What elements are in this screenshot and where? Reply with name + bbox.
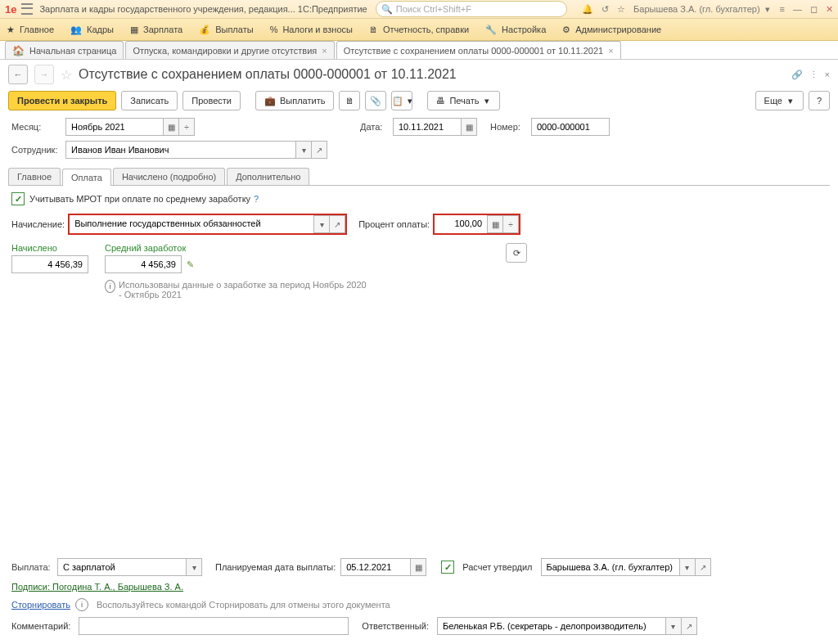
date-field[interactable]: ▦ — [393, 118, 477, 136]
close-icon[interactable]: ✕ — [826, 4, 833, 15]
percent-icon: % — [270, 25, 278, 34]
responsible-label: Ответственный: — [362, 621, 429, 631]
menu-personnel[interactable]: 👥Кадры — [70, 25, 114, 35]
tab-home[interactable]: 🏠Начальная страница — [5, 41, 124, 59]
payout-field[interactable]: ▾ — [57, 558, 202, 576]
accrual-field[interactable]: ▾ ↗ — [68, 214, 347, 235]
post-and-close-button[interactable]: Провести и закрыть — [8, 91, 116, 110]
menu-icon[interactable] — [21, 3, 33, 15]
avg-field[interactable] — [105, 255, 182, 273]
people-icon: 👥 — [70, 25, 82, 35]
history-icon[interactable]: ↺ — [601, 4, 609, 15]
comment-label: Комментарий: — [11, 621, 70, 631]
back-button[interactable]: ← — [8, 65, 28, 84]
approved-checkbox[interactable]: ✓ — [441, 561, 454, 574]
kebab-icon[interactable]: ⋮ — [809, 70, 818, 80]
current-user[interactable]: Барышева З.А. (гл. бухгалтер)▾ — [633, 4, 772, 15]
responsible-field[interactable]: ▾ ↗ — [437, 617, 697, 635]
pencil-icon[interactable]: ✎ — [187, 259, 194, 270]
info-icon: i — [105, 280, 115, 293]
percent-label: Процент оплаты: — [358, 219, 430, 229]
calc-icon[interactable]: ▦ — [487, 215, 503, 233]
doc-icon-button[interactable]: 🗎 — [339, 91, 360, 110]
subtab-payment[interactable]: Оплата — [62, 169, 111, 186]
favorite-icon[interactable]: ☆ — [61, 67, 72, 83]
mrot-label: Учитывать МРОТ при оплате по среднему за… — [29, 194, 250, 204]
write-button[interactable]: Записать — [121, 91, 178, 110]
approved-field[interactable]: ▾ ↗ — [541, 558, 711, 576]
forward-button[interactable]: → — [34, 65, 54, 84]
menu-salary[interactable]: ▦Зарплата — [130, 25, 182, 35]
spinner-icon[interactable]: ÷ — [179, 118, 195, 136]
minimize-icon[interactable]: — — [793, 4, 802, 14]
employee-field[interactable]: ▾ ↗ — [65, 141, 327, 159]
chevron-down-icon[interactable]: ▾ — [296, 141, 312, 159]
open-icon[interactable]: ↗ — [330, 215, 345, 233]
tab-absences[interactable]: Отпуска, командировки и другие отсутстви… — [125, 41, 334, 59]
app-title: Зарплата и кадры государственного учрежд… — [39, 4, 367, 14]
print-button[interactable]: 🖶Печать▾ — [427, 91, 500, 110]
planned-label: Планируемая дата выплаты: — [215, 562, 336, 572]
pay-button[interactable]: 💼Выплатить — [255, 91, 334, 110]
doc-icon: 🗎 — [369, 25, 378, 34]
planned-date-field[interactable]: ▦ — [340, 558, 426, 576]
subtab-extra[interactable]: Дополнительно — [227, 168, 309, 185]
month-label: Месяц: — [11, 122, 61, 132]
close-icon[interactable]: × — [608, 46, 613, 56]
number-field[interactable] — [531, 118, 610, 136]
tab-current-doc[interactable]: Отсутствие с сохранением оплаты 0000-000… — [336, 41, 621, 59]
menu-main[interactable]: ★Главное — [7, 25, 54, 35]
restore-icon[interactable]: ◻ — [810, 4, 818, 15]
menu-admin[interactable]: ⚙Администрирование — [562, 25, 661, 35]
calendar-icon[interactable]: ▦ — [462, 118, 477, 136]
app-logo: 1e — [5, 3, 16, 16]
mrot-checkbox[interactable]: ✓ — [11, 192, 25, 205]
percent-field[interactable]: ▦ ÷ — [433, 214, 520, 235]
close-icon[interactable]: × — [322, 46, 327, 56]
signatures-link[interactable]: Подписи: Погодина Т. А., Барышева З. А. — [11, 582, 183, 592]
chevron-down-icon[interactable]: ▾ — [680, 558, 696, 576]
menu-payments[interactable]: 💰Выплаты — [199, 25, 253, 35]
menu-settings[interactable]: 🔧Настройка — [485, 25, 546, 35]
link-icon[interactable]: 🔗 — [791, 70, 803, 80]
doc-footer: Выплата: ▾ Планируемая дата выплаты: ▦ ✓… — [0, 551, 838, 644]
settings-icon[interactable]: ≡ — [780, 4, 785, 14]
approved-label: Расчет утвердил — [462, 562, 532, 572]
star-icon[interactable]: ☆ — [617, 4, 625, 15]
command-bar: Провести и закрыть Записать Провести 💼Вы… — [0, 89, 838, 115]
close-doc-icon[interactable]: × — [825, 70, 830, 79]
refresh-button[interactable]: ⟳ — [506, 243, 527, 263]
reverse-link[interactable]: Сторнировать — [11, 600, 70, 610]
chevron-down-icon[interactable]: ▾ — [187, 558, 202, 576]
open-icon[interactable]: ↗ — [682, 617, 697, 635]
bell-icon[interactable]: 🔔 — [582, 4, 593, 15]
spinner-icon[interactable]: ÷ — [503, 215, 519, 233]
help-icon[interactable]: ? — [254, 194, 259, 204]
info-text: Использованы данные о заработке за перио… — [119, 280, 367, 299]
printer-icon: 🖶 — [436, 96, 445, 106]
menu-reports[interactable]: 🗎Отчетность, справки — [369, 25, 469, 34]
more-button[interactable]: Еще▾ — [755, 91, 804, 110]
global-search[interactable]: 🔍 Поиск Ctrl+Shift+F — [376, 1, 567, 17]
attach-button[interactable]: 📎 — [365, 91, 386, 110]
subtab-main[interactable]: Главное — [8, 168, 61, 185]
number-label: Номер: — [490, 122, 526, 132]
month-field[interactable]: ▦ ÷ — [65, 118, 195, 136]
comment-field[interactable] — [79, 617, 349, 635]
sub-tabs: Главное Оплата Начислено (подробно) Допо… — [8, 166, 830, 186]
copy-button[interactable]: 📋▾ — [391, 91, 412, 110]
chevron-down-icon[interactable]: ▾ — [666, 617, 682, 635]
doc-tabs: 🏠Начальная страница Отпуска, командировк… — [0, 41, 838, 60]
open-icon[interactable]: ↗ — [696, 558, 711, 576]
accrued-field[interactable] — [11, 255, 88, 273]
calendar-icon[interactable]: ▦ — [411, 558, 426, 576]
post-button[interactable]: Провести — [182, 91, 241, 110]
accrued-label: Начислено — [11, 243, 88, 253]
subtab-accrued[interactable]: Начислено (подробно) — [113, 168, 225, 185]
open-icon[interactable]: ↗ — [312, 141, 327, 159]
menu-taxes[interactable]: %Налоги и взносы — [270, 25, 353, 34]
search-icon: 🔍 — [381, 4, 393, 15]
chevron-down-icon[interactable]: ▾ — [313, 215, 330, 233]
help-button[interactable]: ? — [809, 91, 830, 110]
calendar-icon[interactable]: ▦ — [164, 118, 179, 136]
